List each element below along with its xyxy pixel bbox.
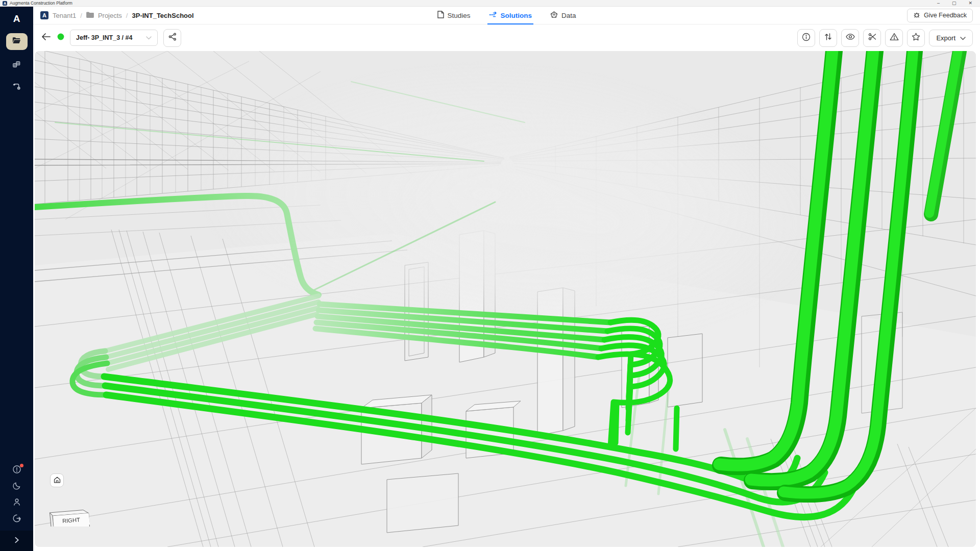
- sidebar-item-projects[interactable]: [6, 33, 28, 50]
- os-titlebar: A Augmenta Construction Platform – ▢ ✕: [0, 0, 980, 7]
- visibility-button[interactable]: [841, 29, 859, 47]
- sidebar-item-notifications[interactable]: [6, 465, 28, 475]
- tab-data[interactable]: Data: [550, 7, 576, 24]
- dark-mode-icon: [12, 481, 21, 492]
- breadcrumb-project-name: 3P-INT_TechSchool: [132, 12, 193, 19]
- solution-selector[interactable]: Jeff- 3P_INT_3 / #4: [70, 30, 158, 46]
- favorite-button[interactable]: [907, 29, 925, 47]
- export-button[interactable]: Export: [929, 30, 973, 46]
- flow-icon: [489, 11, 497, 20]
- minimize-button[interactable]: –: [937, 0, 940, 7]
- info-button[interactable]: [797, 29, 815, 47]
- share-icon: [168, 33, 177, 43]
- chevron-right-icon: [13, 536, 20, 545]
- close-button[interactable]: ✕: [968, 0, 972, 7]
- sidebar-item-workflow[interactable]: [6, 81, 28, 94]
- scissors-icon: [868, 33, 876, 43]
- section-cut-button[interactable]: [863, 29, 881, 47]
- home-view-button[interactable]: [50, 473, 64, 487]
- folder-open-icon: [12, 37, 21, 46]
- give-feedback-button[interactable]: Give Feedback: [907, 9, 973, 22]
- swap-vertical-icon: [824, 33, 832, 43]
- chevron-down-icon: [146, 34, 152, 41]
- info-icon: [802, 33, 811, 43]
- view-cube-face-label: RIGHT: [62, 517, 81, 524]
- main-tabs: Studies Solutions: [437, 7, 576, 24]
- home-icon: [54, 476, 61, 485]
- bug-icon: [913, 11, 920, 20]
- compare-button[interactable]: [819, 29, 837, 47]
- back-button[interactable]: [40, 32, 52, 43]
- notification-badge: [20, 464, 23, 467]
- wireframe-model-scene: [35, 51, 976, 547]
- sidebar-item-user[interactable]: [6, 498, 28, 508]
- document-icon: [437, 11, 444, 20]
- chevron-down-icon: [960, 34, 966, 42]
- breadcrumb-projects[interactable]: Projects: [98, 12, 122, 19]
- star-icon: [912, 33, 920, 43]
- window-title: Augmenta Construction Platform: [10, 1, 72, 6]
- breadcrumb-tenant[interactable]: Tenant1: [53, 12, 76, 19]
- arrow-left-icon: [41, 33, 51, 43]
- solution-name: Jeff- 3P_INT_3 / #4: [76, 34, 132, 41]
- share-button[interactable]: [163, 29, 181, 47]
- logout-icon: [12, 514, 21, 525]
- blocks-icon: [12, 60, 21, 71]
- sidebar-expand-button[interactable]: [0, 531, 33, 551]
- top-header: A Tenant1 / Projects / 3P-INT_TechSchool…: [33, 7, 980, 24]
- breadcrumb: A Tenant1 / Projects / 3P-INT_TechSchool: [33, 11, 194, 19]
- eye-icon: [846, 33, 855, 42]
- status-dot: [57, 33, 64, 42]
- tab-studies[interactable]: Studies: [437, 7, 470, 24]
- view-cube[interactable]: RIGHT: [47, 490, 91, 527]
- sidebar-item-dark-mode[interactable]: [6, 482, 28, 492]
- user-icon: [12, 497, 21, 509]
- data-icon: [550, 11, 558, 20]
- warning-icon: [890, 33, 899, 43]
- app-logo-icon: A: [3, 1, 7, 6]
- maximize-button[interactable]: ▢: [952, 0, 957, 7]
- issues-button[interactable]: [885, 29, 903, 47]
- sidebar-logo: A: [13, 13, 20, 24]
- sidebar: A: [0, 7, 33, 551]
- tenant-logo-icon: A: [40, 11, 48, 19]
- workflow-icon: [12, 82, 21, 93]
- sidebar-item-logout[interactable]: [6, 514, 28, 524]
- sidebar-item-blocks[interactable]: [6, 59, 28, 72]
- model-viewport-canvas[interactable]: RIGHT: [35, 51, 976, 547]
- folder-icon: [86, 12, 94, 19]
- tab-solutions[interactable]: Solutions: [489, 7, 532, 24]
- viewer-toolbar: Jeff- 3P_INT_3 / #4: [33, 24, 980, 51]
